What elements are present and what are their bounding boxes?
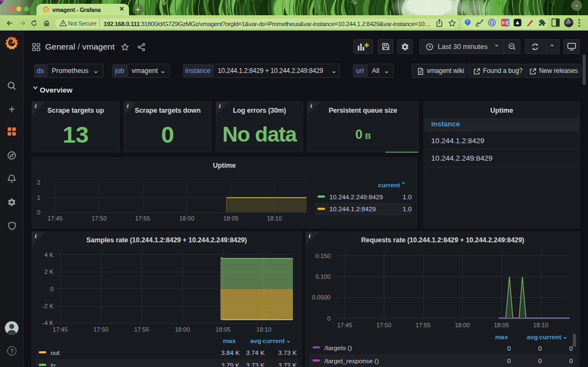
svg-text:17:50: 17:50 [376,322,391,328]
svg-text:1: 1 [37,194,40,201]
svg-text:18:00: 18:00 [179,215,194,222]
svg-text:3.84 K: 3.84 K [221,349,240,357]
svg-text:18:10: 18:10 [533,322,548,328]
svg-text:18:10: 18:10 [256,326,272,333]
svg-text:F: F [502,20,505,26]
svg-text:3.73 K: 3.73 K [246,362,265,366]
svg-text:18:05: 18:05 [494,322,509,328]
svg-text:18:00: 18:00 [175,326,190,333]
svg-text:18:00: 18:00 [455,322,470,328]
svg-text:0: 0 [37,209,40,216]
svg-text:⌃: ⌃ [401,181,406,188]
svg-text:3.74 K: 3.74 K [246,349,265,357]
svg-text:/target_response (): /target_response () [324,357,379,365]
svg-text:3.72 K: 3.72 K [278,362,297,366]
svg-text:0: 0 [538,357,542,365]
svg-text:max: max [223,337,236,345]
svg-text:/targets (): /targets () [324,344,352,352]
svg-text:2 K: 2 K [44,268,53,275]
svg-text:0: 0 [569,357,573,365]
svg-text:max: max [495,333,508,341]
svg-text:0.150: 0.150 [315,253,330,259]
svg-text:17:55: 17:55 [415,322,431,328]
svg-text:17:45: 17:45 [47,215,63,222]
svg-text:0.0500: 0.0500 [312,294,330,301]
svg-text:0: 0 [50,286,53,292]
svg-text:⌄: ⌄ [286,337,291,344]
svg-text:10.244.2.249:8429: 10.244.2.249:8429 [329,193,383,201]
svg-text:0: 0 [327,315,330,322]
svg-text:17:45: 17:45 [337,322,352,328]
svg-text:17:55: 17:55 [134,326,149,333]
svg-text:17:55: 17:55 [135,215,150,222]
svg-text:E: E [506,20,509,26]
svg-text:18:05: 18:05 [216,326,231,333]
svg-text:17:50: 17:50 [94,326,109,333]
svg-text:current: current [378,181,400,189]
svg-text:1.0: 1.0 [403,205,412,213]
svg-text:-4 K: -4 K [42,320,54,326]
svg-text:avg: avg [250,337,261,345]
svg-text:⌄: ⌄ [562,333,568,340]
svg-text:3.79 K: 3.79 K [221,362,240,366]
svg-text:En: En [476,25,479,27]
svg-text:18:10: 18:10 [267,215,282,222]
svg-text:-2 K: -2 K [42,303,54,309]
svg-text:10.244.1.2:8429: 10.244.1.2:8429 [329,205,376,213]
svg-text:0.100: 0.100 [315,273,330,280]
svg-text:current: current [539,333,561,341]
svg-text:1.0: 1.0 [403,193,412,201]
svg-text:0: 0 [538,345,542,352]
svg-text:0: 0 [507,357,511,365]
svg-text:0: 0 [507,345,511,352]
svg-text:in: in [51,362,56,366]
svg-text:current: current [262,337,285,345]
svg-text:0: 0 [569,345,573,352]
svg-text:out: out [51,349,60,357]
svg-text:17:50: 17:50 [91,215,107,222]
svg-text:avg: avg [527,333,538,341]
svg-text:17:45: 17:45 [53,326,68,333]
svg-text:18:05: 18:05 [223,215,238,222]
svg-text:4 K: 4 K [44,252,53,258]
svg-text:2: 2 [37,179,40,186]
svg-text:3.73 K: 3.73 K [278,349,297,357]
